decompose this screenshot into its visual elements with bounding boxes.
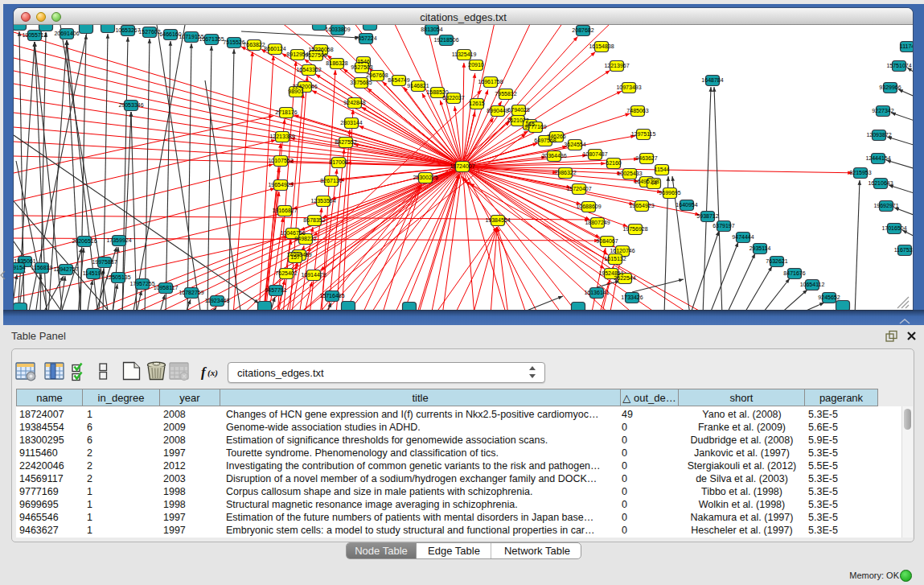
- svg-text:11923448: 11923448: [205, 298, 230, 303]
- svg-text:2967608: 2967608: [366, 72, 388, 78]
- svg-text:9474444: 9474444: [732, 234, 754, 240]
- svg-text:7632621: 7632621: [766, 258, 787, 264]
- svg-text:7625402: 7625402: [275, 270, 297, 276]
- svg-text:9498222: 9498222: [294, 236, 316, 241]
- svg-text:19654923: 19654923: [629, 203, 654, 208]
- svg-text:5938712: 5938712: [696, 213, 718, 219]
- svg-text:16154838: 16154838: [589, 43, 614, 49]
- svg-text:12975115: 12975115: [631, 131, 656, 137]
- svg-text:1615132: 1615132: [604, 256, 626, 262]
- svg-text:9699695: 9699695: [659, 190, 680, 196]
- svg-text:19055712: 19055712: [22, 32, 47, 38]
- svg-text:16914479: 16914479: [301, 272, 326, 278]
- svg-text:16033809: 16033809: [325, 27, 350, 32]
- svg-text:8813054: 8813054: [421, 27, 442, 32]
- svg-text:2718176: 2718176: [275, 109, 297, 115]
- svg-text:11325419: 11325419: [452, 51, 477, 57]
- svg-text:7357224: 7357224: [355, 35, 376, 41]
- svg-text:7955812: 7955812: [495, 91, 516, 97]
- svg-text:16543362: 16543362: [296, 67, 321, 72]
- svg-text:20691406: 20691406: [54, 31, 79, 36]
- svg-text:(x): (x): [207, 368, 218, 378]
- svg-text:8454749: 8454749: [388, 77, 409, 83]
- svg-text:1527602: 1527602: [138, 29, 160, 35]
- svg-text:9457791: 9457791: [265, 287, 286, 293]
- svg-text:1588520: 1588520: [426, 89, 448, 95]
- svg-text:817004: 817004: [329, 159, 347, 165]
- svg-text:10046756: 10046756: [280, 230, 305, 236]
- svg-text:15226058: 15226058: [308, 47, 333, 52]
- svg-text:2803144: 2803144: [340, 120, 362, 126]
- svg-text:9777169: 9777169: [524, 124, 546, 130]
- svg-text:7485063: 7485063: [626, 108, 648, 113]
- svg-text:19384554: 19384554: [485, 217, 510, 223]
- svg-text:98901: 98901: [288, 89, 304, 94]
- svg-text:19756928: 19756928: [622, 226, 647, 232]
- svg-text:18724007: 18724007: [450, 163, 474, 169]
- svg-text:10025433: 10025433: [617, 171, 642, 176]
- svg-text:19218506: 19218506: [433, 37, 458, 43]
- svg-text:8215953: 8215953: [849, 170, 871, 175]
- svg-text:10654112: 10654112: [800, 282, 825, 287]
- svg-text:3624554: 3624554: [564, 142, 585, 147]
- svg-text:19166827: 19166827: [272, 208, 297, 213]
- svg-text:8186328: 8186328: [326, 60, 347, 66]
- svg-text:1648784: 1648784: [701, 77, 723, 83]
- svg-text:1733426: 1733426: [621, 295, 643, 300]
- svg-text:7663822: 7663822: [243, 42, 265, 47]
- svg-text:1935061: 1935061: [14, 258, 35, 264]
- svg-text:2935114: 2935114: [749, 245, 771, 251]
- svg-text:9527508: 9527508: [351, 64, 372, 70]
- svg-text:6322037: 6322037: [442, 95, 464, 101]
- svg-text:19654923: 19654923: [268, 182, 293, 187]
- svg-text:11174: 11174: [900, 43, 913, 49]
- svg-text:12444154: 12444154: [865, 155, 890, 161]
- svg-text:9527506: 9527506: [305, 52, 326, 58]
- svg-text:9245652: 9245652: [818, 295, 840, 300]
- svg-text:39154: 39154: [14, 265, 26, 270]
- svg-text:44: 44: [651, 180, 657, 186]
- svg-text:8990448: 8990448: [487, 108, 508, 113]
- svg-text:6379197: 6379197: [713, 223, 734, 229]
- svg-text:17957255: 17957255: [129, 281, 154, 286]
- svg-text:19692971: 19692971: [873, 203, 898, 208]
- svg-text:16136141: 16136141: [584, 290, 609, 295]
- svg-text:20206516: 20206516: [72, 238, 97, 244]
- svg-text:9146821: 9146821: [407, 83, 429, 89]
- svg-text:11544: 11544: [655, 167, 670, 172]
- svg-text:25300275: 25300275: [413, 175, 437, 180]
- svg-text:9227342: 9227342: [872, 108, 893, 113]
- svg-text:746266: 746266: [547, 134, 565, 139]
- svg-text:3375685: 3375685: [350, 80, 372, 85]
- svg-text:16120746: 16120746: [610, 248, 634, 253]
- svg-text:16671355: 16671355: [199, 36, 224, 42]
- svg-text:10973493: 10973493: [616, 84, 641, 90]
- svg-text:15716485: 15716485: [319, 293, 344, 299]
- svg-text:16961758: 16961758: [478, 79, 503, 84]
- svg-text:62160: 62160: [606, 160, 622, 166]
- svg-text:17016504: 17016504: [881, 225, 906, 231]
- svg-text:15751074: 15751074: [886, 63, 911, 68]
- svg-text:16210643: 16210643: [868, 180, 893, 186]
- svg-text:12942757: 12942757: [53, 266, 78, 272]
- svg-text:157: 157: [290, 254, 300, 260]
- svg-text:12353594: 12353594: [310, 198, 335, 204]
- svg-text:15720407: 15720407: [566, 186, 591, 192]
- svg-text:1640954: 1640954: [676, 202, 697, 208]
- svg-text:12213389: 12213389: [269, 134, 294, 139]
- svg-text:10807487: 10807487: [582, 151, 607, 157]
- svg-text:17359924: 17359924: [106, 237, 131, 243]
- svg-text:10107552: 10107552: [268, 158, 293, 163]
- svg-text:16782759: 16782759: [179, 290, 203, 295]
- svg-text:2087682: 2087682: [572, 27, 593, 33]
- svg-text:20910: 20910: [468, 62, 484, 68]
- svg-text:8427552: 8427552: [335, 139, 356, 145]
- svg-text:29053346: 29053346: [118, 102, 143, 108]
- svg-text:12615: 12615: [469, 101, 485, 106]
- svg-text:8471676: 8471676: [783, 270, 805, 276]
- svg-text:10958117: 10958117: [154, 285, 179, 290]
- svg-text:1145194: 1145194: [83, 270, 105, 276]
- svg-text:8267130: 8267130: [320, 178, 342, 183]
- svg-text:9084067: 9084067: [596, 238, 618, 244]
- svg-text:1167533: 1167533: [894, 247, 913, 253]
